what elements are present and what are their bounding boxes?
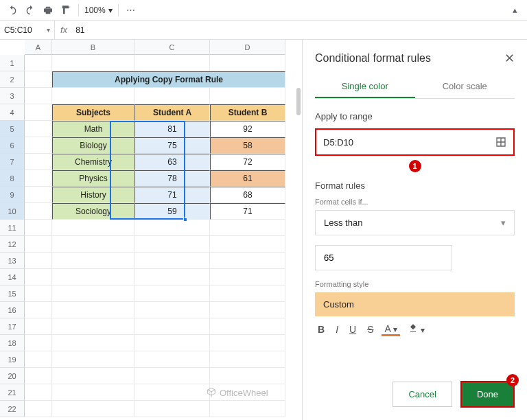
cell[interactable] [52,351,134,368]
formula-input[interactable]: 81 [73,25,84,35]
cell[interactable]: History [52,187,134,203]
cell[interactable] [134,88,210,104]
cell[interactable] [25,55,52,71]
row-header[interactable]: 4 [0,104,25,121]
row-header[interactable]: 6 [0,137,25,154]
zoom-dropdown[interactable]: 100% ▾ [84,5,113,15]
cell[interactable] [210,269,285,285]
cell[interactable] [134,368,210,384]
cell[interactable] [210,253,285,269]
name-box[interactable]: C5:C10▾ [0,21,55,39]
col-header[interactable]: C [134,40,210,55]
italic-button[interactable]: I [333,323,341,336]
row-header[interactable]: 22 [0,401,25,417]
cell[interactable] [25,351,52,368]
cell[interactable] [25,302,52,318]
cell[interactable]: 78 [134,170,210,187]
condition-dropdown[interactable]: Less than▾ [315,210,515,235]
cell[interactable] [134,236,210,253]
style-preview[interactable]: Custom [315,292,515,316]
row-header[interactable]: 1 [0,55,25,71]
undo-icon[interactable] [5,3,19,17]
cell[interactable] [134,269,210,285]
grid-select-icon[interactable] [495,137,506,148]
cell[interactable]: Student A [134,104,210,121]
cancel-button[interactable]: Cancel [393,382,452,407]
cell[interactable] [25,121,52,137]
cell[interactable] [25,220,52,236]
cell[interactable] [25,187,52,203]
cell[interactable] [25,335,52,351]
row-header[interactable]: 10 [0,203,25,220]
cell[interactable] [210,88,285,104]
cell[interactable] [210,236,285,253]
cell[interactable]: 71 [210,203,285,220]
cell[interactable] [134,253,210,269]
cell[interactable] [52,384,134,401]
scrollbar[interactable] [296,88,301,115]
cell[interactable] [25,401,52,417]
cell[interactable] [134,401,210,417]
range-input[interactable]: D5:D10 [315,128,515,156]
cell[interactable]: 71 [134,187,210,203]
cell[interactable] [25,269,52,285]
row-header[interactable]: 17 [0,318,25,335]
cell[interactable]: Sociology [52,203,134,220]
cell[interactable]: 68 [210,187,285,203]
cell[interactable] [134,220,210,236]
row-header[interactable]: 2 [0,71,25,88]
cell[interactable]: Math [52,121,134,137]
cell[interactable] [52,236,134,253]
close-icon[interactable]: ✕ [504,51,515,66]
cell[interactable]: Student B [210,104,285,121]
cell[interactable] [25,71,52,88]
cell[interactable]: 72 [210,154,285,170]
cell[interactable] [210,351,285,368]
cell[interactable] [25,285,52,302]
selection-handle[interactable] [183,218,187,222]
cell[interactable]: Applying Copy Format Rule [52,71,285,88]
strike-button[interactable]: S [364,323,376,336]
cell[interactable]: Chemistry [52,154,134,170]
cell[interactable] [210,285,285,302]
cell[interactable]: 61 [210,170,285,187]
col-header[interactable]: D [210,40,285,55]
cell[interactable] [210,302,285,318]
cell[interactable] [134,302,210,318]
more-icon[interactable]: ⋯ [124,3,138,17]
row-header[interactable]: 20 [0,368,25,384]
cell[interactable] [25,170,52,187]
cell[interactable] [25,318,52,335]
cell[interactable] [25,384,52,401]
row-header[interactable]: 8 [0,170,25,187]
cell[interactable] [134,384,210,401]
paint-format-icon[interactable] [59,3,73,17]
cell[interactable]: 58 [210,137,285,154]
cell[interactable]: 59 [134,203,210,220]
cell[interactable] [52,269,134,285]
cell[interactable] [25,253,52,269]
row-header[interactable]: 21 [0,384,25,401]
cell[interactable] [134,285,210,302]
row-header[interactable]: 3 [0,88,25,104]
cell[interactable] [52,88,134,104]
tab-single-color[interactable]: Single color [315,75,415,98]
cell[interactable]: Biology [52,137,134,154]
threshold-input[interactable] [315,245,452,270]
cell[interactable]: 75 [134,137,210,154]
cell[interactable] [134,55,210,71]
cell[interactable] [52,220,134,236]
cell[interactable] [25,236,52,253]
cell[interactable] [52,55,134,71]
row-header[interactable]: 18 [0,335,25,351]
cell[interactable] [25,368,52,384]
row-header[interactable]: 15 [0,285,25,302]
row-header[interactable]: 9 [0,187,25,203]
cell[interactable]: 81 [134,121,210,137]
row-header[interactable]: 13 [0,253,25,269]
cell[interactable] [210,55,285,71]
cell[interactable] [210,335,285,351]
cell[interactable] [25,137,52,154]
cell[interactable] [210,220,285,236]
cell[interactable] [52,302,134,318]
